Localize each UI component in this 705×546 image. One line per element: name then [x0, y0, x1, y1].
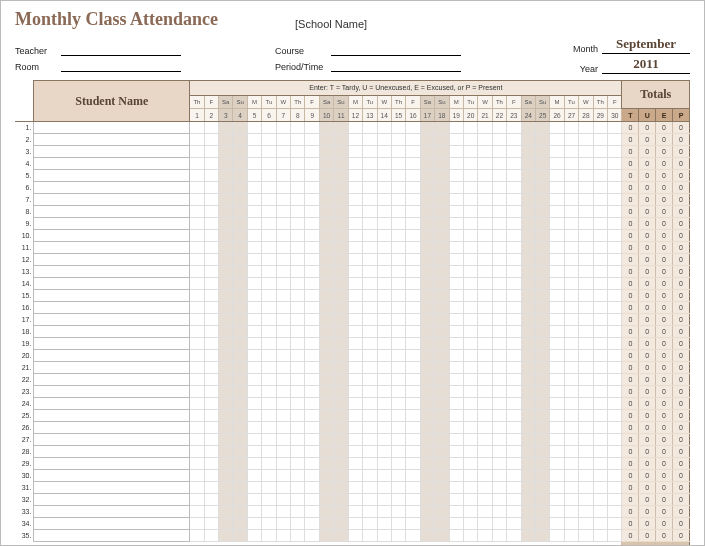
- attendance-cell[interactable]: [406, 170, 420, 182]
- attendance-cell[interactable]: [363, 434, 377, 446]
- attendance-cell[interactable]: [492, 338, 506, 350]
- attendance-cell[interactable]: [521, 158, 535, 170]
- attendance-cell[interactable]: [507, 182, 521, 194]
- attendance-cell[interactable]: [276, 362, 290, 374]
- attendance-cell[interactable]: [262, 458, 276, 470]
- attendance-cell[interactable]: [391, 494, 405, 506]
- attendance-cell[interactable]: [608, 398, 622, 410]
- attendance-cell[interactable]: [305, 506, 319, 518]
- attendance-cell[interactable]: [204, 146, 218, 158]
- attendance-cell[interactable]: [521, 446, 535, 458]
- attendance-cell[interactable]: [521, 458, 535, 470]
- attendance-cell[interactable]: [377, 122, 391, 134]
- attendance-cell[interactable]: [262, 278, 276, 290]
- attendance-cell[interactable]: [579, 470, 593, 482]
- attendance-cell[interactable]: [507, 494, 521, 506]
- attendance-cell[interactable]: [478, 362, 492, 374]
- teacher-input[interactable]: [61, 44, 181, 56]
- attendance-cell[interactable]: [564, 350, 578, 362]
- attendance-cell[interactable]: [535, 206, 549, 218]
- attendance-cell[interactable]: [391, 170, 405, 182]
- attendance-cell[interactable]: [291, 242, 305, 254]
- attendance-cell[interactable]: [319, 434, 333, 446]
- attendance-cell[interactable]: [608, 194, 622, 206]
- attendance-cell[interactable]: [291, 122, 305, 134]
- attendance-cell[interactable]: [204, 182, 218, 194]
- attendance-cell[interactable]: [564, 206, 578, 218]
- attendance-cell[interactable]: [449, 518, 463, 530]
- attendance-cell[interactable]: [550, 506, 564, 518]
- attendance-cell[interactable]: [305, 398, 319, 410]
- attendance-cell[interactable]: [363, 194, 377, 206]
- attendance-cell[interactable]: [535, 266, 549, 278]
- student-name-cell[interactable]: [34, 206, 190, 218]
- attendance-cell[interactable]: [463, 494, 477, 506]
- attendance-cell[interactable]: [550, 518, 564, 530]
- attendance-cell[interactable]: [305, 350, 319, 362]
- attendance-cell[interactable]: [435, 194, 449, 206]
- attendance-cell[interactable]: [608, 122, 622, 134]
- attendance-cell[interactable]: [535, 182, 549, 194]
- attendance-cell[interactable]: [492, 230, 506, 242]
- attendance-cell[interactable]: [463, 362, 477, 374]
- attendance-cell[interactable]: [608, 302, 622, 314]
- student-name-cell[interactable]: [34, 290, 190, 302]
- attendance-cell[interactable]: [478, 506, 492, 518]
- attendance-cell[interactable]: [521, 170, 535, 182]
- attendance-cell[interactable]: [593, 374, 607, 386]
- attendance-cell[interactable]: [363, 410, 377, 422]
- attendance-cell[interactable]: [334, 254, 348, 266]
- attendance-cell[interactable]: [233, 338, 247, 350]
- attendance-cell[interactable]: [449, 170, 463, 182]
- attendance-cell[interactable]: [377, 470, 391, 482]
- attendance-cell[interactable]: [492, 410, 506, 422]
- attendance-cell[interactable]: [579, 494, 593, 506]
- attendance-cell[interactable]: [435, 158, 449, 170]
- attendance-cell[interactable]: [377, 374, 391, 386]
- attendance-cell[interactable]: [406, 506, 420, 518]
- attendance-cell[interactable]: [219, 386, 233, 398]
- attendance-cell[interactable]: [564, 218, 578, 230]
- attendance-cell[interactable]: [435, 302, 449, 314]
- attendance-cell[interactable]: [420, 458, 434, 470]
- attendance-cell[interactable]: [435, 326, 449, 338]
- attendance-cell[interactable]: [190, 350, 204, 362]
- attendance-cell[interactable]: [521, 266, 535, 278]
- attendance-cell[interactable]: [579, 278, 593, 290]
- attendance-cell[interactable]: [233, 158, 247, 170]
- attendance-cell[interactable]: [435, 218, 449, 230]
- attendance-cell[interactable]: [406, 266, 420, 278]
- attendance-cell[interactable]: [262, 482, 276, 494]
- attendance-cell[interactable]: [521, 194, 535, 206]
- attendance-cell[interactable]: [449, 398, 463, 410]
- attendance-cell[interactable]: [535, 518, 549, 530]
- attendance-cell[interactable]: [276, 434, 290, 446]
- attendance-cell[interactable]: [564, 170, 578, 182]
- attendance-cell[interactable]: [190, 434, 204, 446]
- attendance-cell[interactable]: [262, 338, 276, 350]
- student-name-cell[interactable]: [34, 422, 190, 434]
- attendance-cell[interactable]: [449, 302, 463, 314]
- attendance-cell[interactable]: [334, 242, 348, 254]
- attendance-cell[interactable]: [550, 362, 564, 374]
- attendance-cell[interactable]: [219, 122, 233, 134]
- attendance-cell[interactable]: [233, 350, 247, 362]
- attendance-cell[interactable]: [449, 350, 463, 362]
- attendance-cell[interactable]: [550, 314, 564, 326]
- attendance-cell[interactable]: [521, 386, 535, 398]
- student-name-cell[interactable]: [34, 254, 190, 266]
- attendance-cell[interactable]: [305, 518, 319, 530]
- attendance-cell[interactable]: [535, 278, 549, 290]
- attendance-cell[interactable]: [247, 266, 261, 278]
- attendance-cell[interactable]: [420, 302, 434, 314]
- attendance-cell[interactable]: [535, 338, 549, 350]
- attendance-cell[interactable]: [463, 482, 477, 494]
- attendance-cell[interactable]: [435, 278, 449, 290]
- attendance-cell[interactable]: [291, 470, 305, 482]
- attendance-cell[interactable]: [348, 122, 362, 134]
- attendance-cell[interactable]: [478, 302, 492, 314]
- attendance-cell[interactable]: [363, 242, 377, 254]
- attendance-cell[interactable]: [435, 374, 449, 386]
- attendance-cell[interactable]: [391, 518, 405, 530]
- attendance-cell[interactable]: [219, 374, 233, 386]
